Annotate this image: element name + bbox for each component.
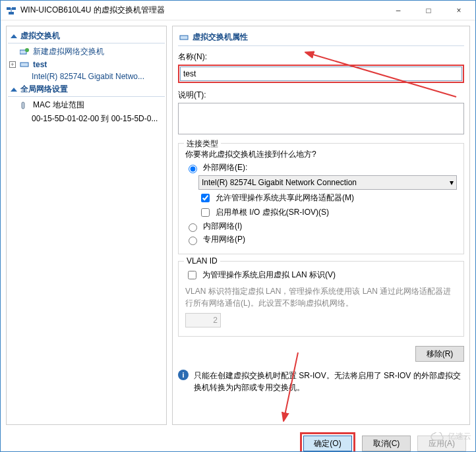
connection-type-group: 连接类型 你要将此虚拟交换机连接到什么地方? 外部网络(E): Intel(R)…: [178, 143, 464, 254]
dialog-footer: 确定(O) 取消(C) 应用(A): [1, 430, 475, 452]
desc-label: 说明(T):: [178, 90, 464, 101]
properties-panel: 虚拟交换机属性 名称(N): 说明(T): 连接类型 你要将此虚拟交换机连接到什…: [172, 26, 470, 425]
properties-header: 虚拟交换机属性: [178, 30, 464, 46]
svg-rect-7: [180, 36, 188, 40]
sidebar-item-nic[interactable]: Intel(R) 82574L Gigabit Netwo...: [8, 71, 165, 82]
sidebar-item-test[interactable]: test: [17, 59, 48, 71]
sidebar-item-mac-range[interactable]: MAC 地址范围: [8, 98, 165, 112]
radio-private[interactable]: [189, 237, 197, 245]
section-virtual-switches[interactable]: 虚拟交换机: [8, 29, 165, 43]
switch-icon: [179, 34, 189, 42]
info-icon: i: [178, 370, 189, 380]
vlan-legend: VLAN ID: [184, 256, 220, 266]
svg-point-4: [25, 48, 29, 52]
sidebar-item-mac-value: 00-15-5D-01-02-00 到 00-15-5D-0...: [8, 112, 165, 126]
radio-internal-label: 内部网络(I): [203, 221, 242, 232]
expand-icon[interactable]: +: [9, 61, 16, 68]
app-icon: [6, 5, 16, 16]
info-text: 只能在创建虚拟交换机时配置 SR-IOV。无法将启用了 SR-IOV 的外部虚拟…: [194, 370, 464, 393]
vlan-hint: VLAN 标识符指定虚拟 LAN，管理操作系统使用该 LAN 通过此网络适配器进…: [185, 285, 457, 309]
cancel-button[interactable]: 取消(C): [362, 436, 411, 451]
close-button[interactable]: ×: [444, 1, 474, 20]
window-title: WIN-UICOB610L4U 的虚拟交换机管理器: [20, 5, 383, 16]
mac-icon: [20, 101, 29, 109]
checkbox-vlan-enable[interactable]: [188, 271, 196, 279]
radio-external-label: 外部网络(E):: [203, 162, 247, 173]
checkbox-allow-mgmt[interactable]: [201, 194, 210, 202]
maximize-button[interactable]: □: [413, 1, 444, 20]
vlan-id-input: 2: [185, 313, 221, 327]
chevron-down-icon: ▾: [450, 178, 454, 187]
checkbox-sriov-label: 启用单根 I/O 虚拟化(SR-IOV)(S): [216, 207, 329, 218]
section-global[interactable]: 全局网络设置: [8, 82, 165, 97]
sidebar: 虚拟交换机 新建虚拟网络交换机 + test Intel(R) 82574L G…: [6, 26, 167, 425]
connection-legend: 连接类型: [184, 138, 221, 150]
new-switch-icon: [20, 48, 29, 56]
svg-rect-5: [20, 63, 28, 67]
name-input[interactable]: [180, 67, 462, 81]
desc-textarea[interactable]: [178, 103, 464, 134]
checkbox-vlan-label: 为管理操作系统启用虚拟 LAN 标识(V): [202, 269, 336, 281]
radio-private-label: 专用网络(P): [203, 234, 245, 245]
radio-internal[interactable]: [189, 223, 197, 232]
remove-button[interactable]: 移除(R): [415, 346, 464, 362]
nic-select[interactable]: Intel(R) 82574L Gigabit Network Connecti…: [198, 175, 457, 190]
chevron-up-icon: [11, 34, 17, 38]
ok-button[interactable]: 确定(O): [303, 436, 352, 451]
svg-rect-6: [22, 102, 24, 109]
name-label: 名称(N):: [178, 51, 464, 63]
radio-external[interactable]: [189, 165, 197, 173]
watermark: 亿速云: [431, 431, 471, 442]
info-row: i 只能在创建虚拟交换机时配置 SR-IOV。无法将启用了 SR-IOV 的外部…: [178, 370, 464, 393]
connection-question: 你要将此虚拟交换机连接到什么地方?: [185, 149, 457, 160]
chevron-up-icon: [11, 88, 17, 92]
checkbox-sriov[interactable]: [201, 208, 210, 217]
vlan-group: VLAN ID 为管理操作系统启用虚拟 LAN 标识(V) VLAN 标识符指定…: [178, 261, 464, 337]
title-bar: WIN-UICOB610L4U 的虚拟交换机管理器 – □ ×: [1, 1, 475, 20]
switch-icon: [20, 61, 29, 69]
sidebar-item-new-vswitch[interactable]: 新建虚拟网络交换机: [8, 45, 165, 59]
minimize-button[interactable]: –: [383, 1, 413, 20]
svg-rect-2: [9, 12, 14, 14]
checkbox-allow-mgmt-label: 允许管理操作系统共享此网络适配器(M): [216, 192, 354, 204]
